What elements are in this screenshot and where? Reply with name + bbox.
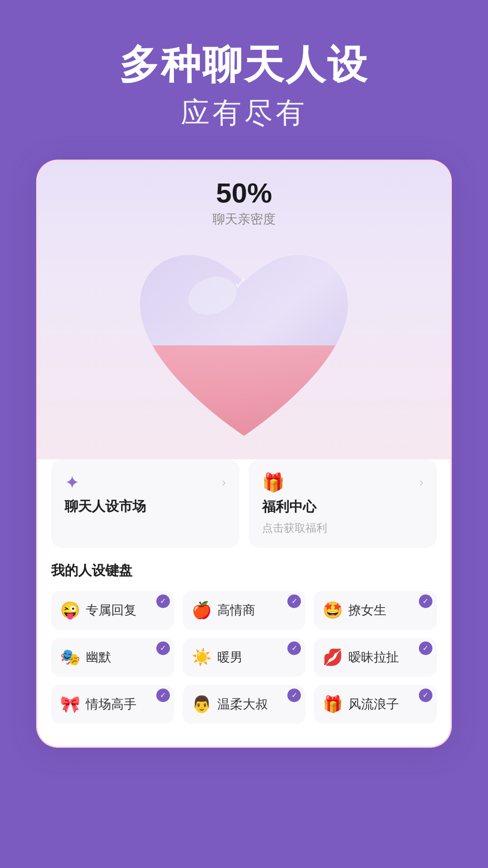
check-badge-romance-master: ✓ (156, 689, 170, 702)
heart-label: 聊天亲密度 (212, 211, 276, 228)
star-icon: ✦ (65, 472, 80, 493)
keyboard-title: 我的人设键盘 (51, 561, 437, 580)
keyboard-emoji-high-eq: 🍎 (192, 601, 212, 620)
menu-market-label: 聊天人设市场 (65, 497, 226, 516)
keyboard-label-humor: 幽默 (86, 649, 111, 666)
keyboard-label-gentle-uncle: 温柔大叔 (217, 696, 268, 713)
svg-text:✓: ✓ (234, 274, 247, 292)
menu-item-welfare[interactable]: 🎁 › 福利中心 点击获取福利 (249, 459, 437, 548)
gift-icon: 🎁 (262, 472, 285, 493)
keyboard-item-high-eq[interactable]: 🍎高情商✓ (183, 591, 306, 630)
keyboard-item-gentle-uncle[interactable]: 👨温柔大叔✓ (183, 685, 306, 724)
check-badge-ambiguous: ✓ (419, 642, 432, 655)
heart-percent: 50% (216, 179, 272, 207)
keyboard-emoji-gentle-uncle: 👨 (192, 695, 212, 714)
keyboard-emoji-exclusive-reply: 😜 (60, 601, 80, 620)
check-badge-exclusive-reply: ✓ (156, 594, 170, 608)
keyboard-emoji-coax-girl: 🤩 (323, 601, 343, 620)
keyboard-item-warm-man[interactable]: ☀️暖男✓ (183, 638, 306, 677)
heart-wrapper: ✓ (127, 237, 361, 454)
keyboard-emoji-humor: 🎭 (60, 648, 80, 667)
check-badge-gentle-uncle: ✓ (287, 689, 301, 702)
keyboard-label-exclusive-reply: 专属回复 (86, 602, 136, 619)
heart-icon: ✓ (127, 237, 361, 454)
menu-welfare-label: 福利中心 (262, 498, 423, 516)
check-badge-high-eq: ✓ (287, 594, 301, 608)
keyboard-emoji-romance-master: 🎀 (60, 695, 80, 714)
check-badge-humor: ✓ (156, 642, 170, 655)
menu-item-market[interactable]: ✦ › 聊天人设市场 (51, 459, 239, 548)
heart-section: 50% 聊天亲密度 (38, 161, 450, 459)
check-badge-warm-man: ✓ (287, 642, 301, 655)
main-card: 50% 聊天亲密度 (36, 160, 452, 748)
keyboard-item-ambiguous[interactable]: 💋暧昧拉扯✓ (314, 638, 437, 677)
keyboard-label-coax-girl: 撩女生 (348, 602, 386, 619)
keyboard-item-playboy[interactable]: 🎁风流浪子✓ (314, 685, 437, 724)
keyboard-item-humor[interactable]: 🎭幽默✓ (51, 638, 174, 677)
chevron-right-icon: › (222, 475, 226, 490)
keyboard-label-ambiguous: 暧昧拉扯 (348, 649, 399, 666)
header: 多种聊天人设 应有尽有 (119, 41, 369, 132)
title-line2: 应有尽有 (119, 93, 369, 132)
keyboard-emoji-warm-man: ☀️ (192, 648, 212, 667)
title-line1: 多种聊天人设 (119, 41, 369, 89)
keyboard-section: 我的人设键盘 😜专属回复✓🍎高情商✓🤩撩女生✓🎭幽默✓☀️暖男✓💋暧昧拉扯✓🎀情… (38, 548, 450, 728)
keyboard-item-romance-master[interactable]: 🎀情场高手✓ (51, 685, 174, 724)
check-badge-playboy: ✓ (419, 689, 432, 702)
keyboard-label-playboy: 风流浪子 (348, 696, 399, 713)
keyboard-label-warm-man: 暖男 (217, 649, 243, 666)
keyboard-label-high-eq: 高情商 (217, 602, 255, 619)
keyboard-label-romance-master: 情场高手 (86, 696, 136, 713)
chevron-right-icon-2: › (419, 475, 423, 490)
check-badge-coax-girl: ✓ (419, 594, 432, 608)
keyboard-item-coax-girl[interactable]: 🤩撩女生✓ (314, 591, 437, 630)
menu-row: ✦ › 聊天人设市场 🎁 › 福利中心 点击获取福利 (51, 459, 437, 548)
keyboard-item-exclusive-reply[interactable]: 😜专属回复✓ (51, 591, 174, 630)
keyboard-emoji-playboy: 🎁 (323, 695, 343, 714)
menu-welfare-sublabel: 点击获取福利 (262, 521, 423, 535)
keyboard-grid: 😜专属回复✓🍎高情商✓🤩撩女生✓🎭幽默✓☀️暖男✓💋暧昧拉扯✓🎀情场高手✓👨温柔… (51, 591, 437, 724)
svg-rect-0 (127, 345, 361, 454)
keyboard-emoji-ambiguous: 💋 (323, 648, 343, 667)
